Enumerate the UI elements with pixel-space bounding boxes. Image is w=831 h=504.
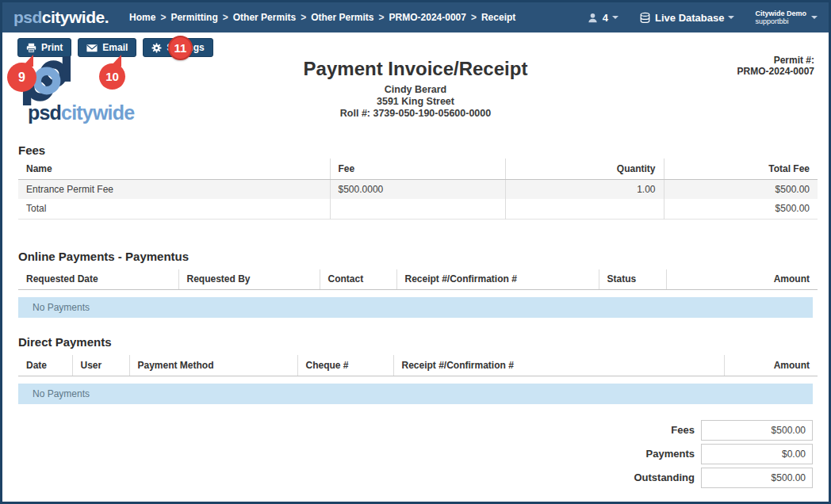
totals-fees-value: $500.00 (701, 420, 813, 441)
fee-amount-cell: $500.0000 (330, 179, 505, 199)
person-icon (587, 12, 599, 24)
totals-outstanding-row: Outstanding $500.00 (634, 468, 813, 488)
fees-header-row: Name Fee Quantity Total Fee (18, 158, 818, 179)
totals-outstanding-value: $500.00 (701, 468, 813, 488)
online-col-requested-date: Requested Date (18, 269, 178, 290)
fees-col-fee: Fee (330, 158, 505, 179)
logo-text-citywide: citywide (42, 8, 105, 26)
online-payments-table: Requested Date Requested By Contact Rece… (18, 269, 818, 291)
caret-down-icon (612, 16, 618, 19)
direct-col-amount: Amount (724, 355, 818, 376)
online-payments-heading: Online Payments - Paymentus (18, 250, 813, 263)
receipt-content: Fees Name Fee Quantity Total Fee Entranc… (18, 143, 813, 488)
caret-down-icon (728, 16, 734, 19)
database-label: Live Database (655, 12, 724, 24)
notifications-dropdown[interactable]: 4 (587, 12, 618, 24)
envelope-icon (86, 43, 98, 53)
fees-col-total-fee: Total Fee (664, 158, 818, 179)
top-navbar: psdcitywide. Home > Permitting > Other P… (2, 2, 829, 32)
breadcrumb-permitting[interactable]: Permitting (170, 12, 217, 23)
breadcrumb-receipt: Receipt (481, 12, 515, 23)
receipt-page: Print Email (2, 32, 829, 502)
print-button-label: Print (41, 42, 63, 53)
recipient-name: Cindy Berard (2, 84, 829, 96)
printer-icon (26, 43, 36, 53)
breadcrumb: Home > Permitting > Other Permits > Othe… (129, 12, 515, 23)
notification-count: 4 (603, 12, 608, 24)
email-button[interactable]: Email (78, 38, 136, 57)
logo-text-psd: psd (13, 8, 42, 26)
permit-number-block: Permit #: PRMO-2024-0007 (737, 55, 814, 77)
totals-payments-row: Payments $0.00 (646, 444, 813, 464)
callout-badge-9: 9 (7, 63, 36, 92)
breadcrumb-home[interactable]: Home (129, 12, 155, 23)
online-col-status: Status (599, 269, 666, 290)
online-payments-header-row: Requested Date Requested By Contact Rece… (18, 269, 818, 290)
direct-col-cheque: Cheque # (297, 355, 393, 376)
fee-total-cell: $500.00 (664, 179, 818, 199)
app-logo[interactable]: psdcitywide. (13, 8, 109, 27)
total-label-cell: Total (18, 199, 330, 219)
callout-badge-10: 10 (99, 63, 125, 90)
fees-heading: Fees (18, 143, 813, 157)
account-name: Citywide Demo (755, 10, 806, 17)
fees-row-total: Total $500.00 (18, 199, 818, 219)
breadcrumb-other-permits-2[interactable]: Other Permits (311, 12, 373, 23)
account-dropdown[interactable]: Citywide Demo supportbbi (755, 10, 818, 25)
gear-icon (151, 43, 162, 53)
permit-label: Permit #: (737, 55, 814, 66)
totals-summary: Fees $500.00 Payments $0.00 Outstanding … (18, 420, 813, 488)
direct-payments-heading: Direct Payments (18, 335, 813, 349)
online-payments-empty-row: No Payments (18, 297, 813, 318)
recipient-address: 3591 King Street (2, 96, 829, 108)
fees-row-entrance-permit: Entrance Permit Fee $500.0000 1.00 $500.… (18, 179, 818, 199)
online-col-receipt: Receipt #/Confirmation # (396, 269, 599, 290)
direct-col-receipt: Receipt #/Confirmation # (393, 355, 724, 376)
totals-outstanding-label: Outstanding (634, 472, 695, 483)
totals-fees-label: Fees (671, 424, 695, 436)
direct-payments-header-row: Date User Payment Method Cheque # Receip… (18, 355, 818, 376)
online-col-requested-by: Requested By (178, 269, 320, 290)
totals-payments-label: Payments (646, 448, 695, 460)
direct-col-user: User (72, 355, 129, 376)
database-cylinder-icon (639, 12, 651, 24)
invoice-header: Payment Invoice/Receipt Cindy Berard 359… (2, 58, 829, 120)
breadcrumb-permit-number[interactable]: PRMO-2024-0007 (389, 12, 466, 23)
fees-table: Name Fee Quantity Total Fee Entrance Per… (18, 158, 818, 220)
account-username: supportbbi (755, 17, 806, 25)
callout-badge-11: 11 (168, 36, 193, 60)
totals-payments-value: $0.00 (701, 444, 813, 464)
direct-payments-empty-row: No Payments (18, 384, 813, 404)
online-col-contact: Contact (320, 269, 396, 290)
fee-quantity-cell: 1.00 (505, 179, 664, 199)
online-col-amount: Amount (666, 269, 818, 290)
caret-down-icon (811, 16, 818, 19)
fees-col-name: Name (18, 158, 330, 179)
direct-payments-table: Date User Payment Method Cheque # Receip… (18, 355, 818, 376)
roll-number: Roll #: 3739-050-190-05600-0000 (2, 108, 829, 120)
fee-name-cell: Entrance Permit Fee (18, 179, 330, 199)
direct-col-date: Date (18, 355, 72, 376)
total-amount-cell: $500.00 (664, 199, 818, 219)
fees-col-quantity: Quantity (505, 158, 664, 179)
permit-number: PRMO-2024-0007 (737, 66, 814, 77)
database-dropdown[interactable]: Live Database (639, 12, 734, 24)
totals-fees-row: Fees $500.00 (671, 420, 813, 441)
direct-col-payment-method: Payment Method (129, 355, 297, 376)
breadcrumb-other-permits[interactable]: Other Permits (233, 12, 296, 23)
page-title: Payment Invoice/Receipt (2, 58, 829, 80)
email-button-label: Email (102, 42, 128, 53)
